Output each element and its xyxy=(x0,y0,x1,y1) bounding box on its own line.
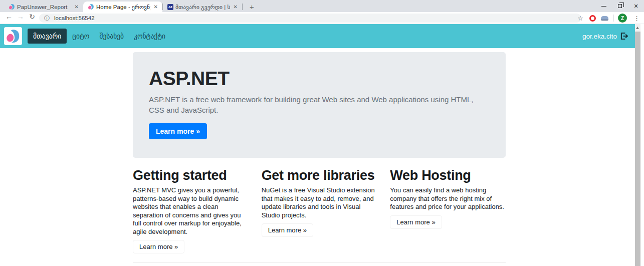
site-favicon: ᴀᴢ xyxy=(167,4,173,10)
app-logo-favicon xyxy=(9,4,15,10)
vertical-scrollbar[interactable] xyxy=(635,24,640,266)
tab-close-icon[interactable]: ✕ xyxy=(73,4,80,10)
learn-more-button-libraries[interactable]: Learn more » xyxy=(262,223,313,237)
scroll-up-arrow-icon[interactable] xyxy=(636,27,639,29)
bookmark-star-icon[interactable]: ☆ xyxy=(577,15,583,22)
toolbar-separator xyxy=(613,15,614,22)
window-minimize-button[interactable] xyxy=(596,0,612,12)
user-area: gor.eka.cito xyxy=(582,33,628,40)
profile-avatar[interactable]: Z xyxy=(618,14,627,23)
column-web-hosting: Web Hosting You can easily find a web ho… xyxy=(390,169,506,253)
window-restore-button[interactable] xyxy=(612,0,628,12)
feature-columns: Getting started ASP.NET MVC gives you a … xyxy=(133,169,506,253)
jumbotron-title: ASP.NET xyxy=(149,69,490,88)
column-title: Get more libraries xyxy=(262,169,377,182)
menu-item-about[interactable]: შესახებ xyxy=(95,29,128,44)
browser-menu-icon[interactable]: ⋮ xyxy=(631,15,642,22)
refresh-icon[interactable]: ↻ xyxy=(27,13,37,21)
site-navbar: მთავარი ციტო შესახებ კონტაქტი gor.eka.ci… xyxy=(0,24,635,48)
tab-close-icon[interactable]: ✕ xyxy=(232,4,239,10)
logout-icon[interactable] xyxy=(620,33,628,40)
jumbotron: ASP.NET ASP.NET is a free web framework … xyxy=(133,52,506,158)
menu-item-cyto[interactable]: ციტო xyxy=(68,29,94,44)
page-footer: NSC Georgia © 2020 ყველა უფლება დაცულია xyxy=(133,262,506,266)
tab-separator xyxy=(242,4,243,10)
tab-title: PapUnswer_Report xyxy=(17,4,71,10)
column-getting-started: Getting started ASP.NET MVC gives you a … xyxy=(133,169,249,253)
column-text: NuGet is a free Visual Studio extension … xyxy=(262,186,377,219)
browser-tab-mtavari[interactable]: ᴀᴢ მთავარი გვერდი | საინფორმ ✕ xyxy=(163,2,242,12)
back-icon[interactable]: ← xyxy=(4,13,14,21)
column-title: Web Hosting xyxy=(390,169,506,182)
address-bar[interactable]: ⓘ localhost:56542 xyxy=(39,14,581,23)
swirl-logo-icon xyxy=(6,29,21,44)
extension-red-icon[interactable] xyxy=(589,15,596,22)
browser-tab-papunswer[interactable]: PapUnswer_Report ✕ xyxy=(4,2,83,12)
column-text: ASP.NET MVC gives you a powerful, patter… xyxy=(133,186,249,236)
menu-item-contact[interactable]: კონტაქტი xyxy=(129,29,170,44)
column-get-more-libraries: Get more libraries NuGet is a free Visua… xyxy=(262,169,377,253)
tab-close-icon[interactable]: ✕ xyxy=(152,4,159,10)
tab-title: Home Page - ეროვნული სკრი xyxy=(96,4,150,11)
browser-tabstrip: PapUnswer_Report ✕ Home Page - ეროვნული … xyxy=(0,0,644,12)
column-text: You can easily find a web hosting compan… xyxy=(390,186,506,211)
browser-toolbar: ← → ↻ ⓘ localhost:56542 ☆ Z ⋮ xyxy=(0,12,644,24)
app-logo-favicon xyxy=(88,4,94,10)
new-tab-button[interactable]: + xyxy=(247,3,257,11)
learn-more-primary-button[interactable]: Learn more » xyxy=(149,123,207,139)
forward-icon[interactable]: → xyxy=(16,13,26,21)
scrollbar-thumb[interactable] xyxy=(635,32,640,266)
site-logo[interactable] xyxy=(4,27,22,45)
jumbotron-lead: ASP.NET is a free web framework for buil… xyxy=(149,94,490,115)
menu-item-home[interactable]: მთავარი xyxy=(28,29,67,44)
learn-more-button-hosting[interactable]: Learn more » xyxy=(390,215,442,229)
url-text[interactable]: localhost:56542 xyxy=(54,15,95,21)
window-close-button[interactable]: ✕ xyxy=(628,0,644,12)
username-text: gor.eka.cito xyxy=(582,33,617,40)
browser-tab-home-active[interactable]: Home Page - ეროვნული სკრი ✕ xyxy=(83,2,162,12)
restore-icon xyxy=(618,4,622,8)
extension-blue-icon[interactable] xyxy=(601,16,608,21)
minimize-icon xyxy=(601,6,606,7)
learn-more-button-getting-started[interactable]: Learn more » xyxy=(133,240,184,253)
column-title: Getting started xyxy=(133,169,249,182)
tab-title: მთავარი გვერდი | საინფორმ xyxy=(175,4,230,11)
page-container: ASP.NET ASP.NET is a free web framework … xyxy=(133,48,506,266)
main-menu: მთავარი ციტო შესახებ კონტაქტი xyxy=(28,29,170,44)
page-info-icon[interactable]: ⓘ xyxy=(44,15,50,22)
